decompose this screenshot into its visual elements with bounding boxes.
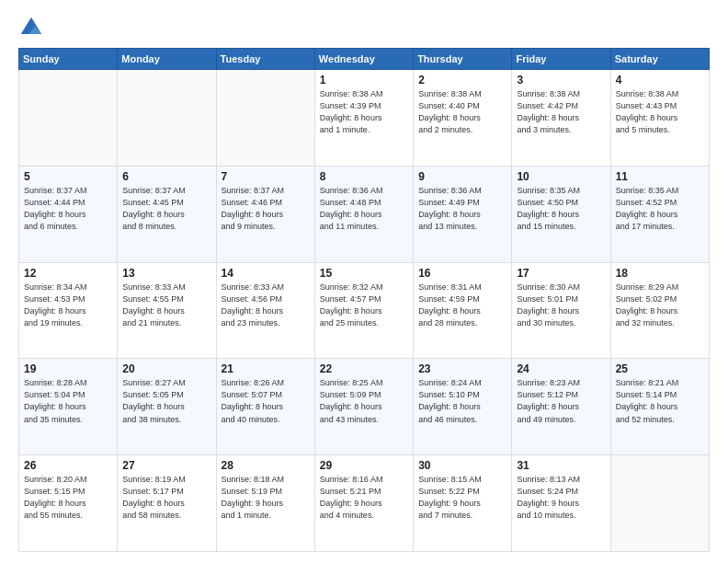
table-row: 19Sunrise: 8:28 AM Sunset: 5:04 PM Dayli… [19,359,118,455]
day-number: 11 [616,170,704,183]
col-monday: Monday [118,49,216,70]
day-number: 23 [418,362,506,375]
day-info: Sunrise: 8:15 AM Sunset: 5:22 PM Dayligh… [418,474,506,522]
col-tuesday: Tuesday [216,49,314,70]
day-number: 8 [320,170,408,183]
table-row: 24Sunrise: 8:23 AM Sunset: 5:12 PM Dayli… [512,359,610,455]
day-info: Sunrise: 8:38 AM Sunset: 4:40 PM Dayligh… [418,88,506,136]
day-info: Sunrise: 8:31 AM Sunset: 4:59 PM Dayligh… [418,282,506,329]
day-info: Sunrise: 8:16 AM Sunset: 5:21 PM Dayligh… [320,474,408,522]
table-row: 5Sunrise: 8:37 AM Sunset: 4:44 PM Daylig… [19,166,118,262]
day-number: 17 [517,267,605,280]
table-row: 11Sunrise: 8:35 AM Sunset: 4:52 PM Dayli… [610,166,709,262]
day-info: Sunrise: 8:27 AM Sunset: 5:05 PM Dayligh… [122,377,210,425]
day-number: 29 [320,459,408,472]
calendar-week-row: 5Sunrise: 8:37 AM Sunset: 4:44 PM Daylig… [19,166,710,262]
day-number: 15 [320,267,408,280]
logo-icon [18,15,44,40]
day-info: Sunrise: 8:28 AM Sunset: 5:04 PM Dayligh… [24,377,112,425]
table-row: 14Sunrise: 8:33 AM Sunset: 4:56 PM Dayli… [216,262,314,359]
day-info: Sunrise: 8:30 AM Sunset: 5:01 PM Dayligh… [517,282,605,329]
table-row: 1Sunrise: 8:38 AM Sunset: 4:39 PM Daylig… [314,70,413,167]
calendar-week-row: 19Sunrise: 8:28 AM Sunset: 5:04 PM Dayli… [19,359,710,455]
col-sunday: Sunday [19,49,118,70]
day-info: Sunrise: 8:18 AM Sunset: 5:19 PM Dayligh… [222,474,310,522]
day-number: 1 [320,74,408,86]
col-friday: Friday [512,49,610,70]
day-number: 9 [418,170,506,183]
day-number: 22 [320,362,408,375]
day-number: 30 [418,459,506,472]
day-number: 5 [24,170,112,183]
table-row: 16Sunrise: 8:31 AM Sunset: 4:59 PM Dayli… [414,262,512,359]
col-wednesday: Wednesday [314,49,413,70]
table-row: 7Sunrise: 8:37 AM Sunset: 4:46 PM Daylig… [216,166,314,262]
day-info: Sunrise: 8:37 AM Sunset: 4:45 PM Dayligh… [122,185,210,233]
table-row: 17Sunrise: 8:30 AM Sunset: 5:01 PM Dayli… [512,262,610,359]
table-row: 18Sunrise: 8:29 AM Sunset: 5:02 PM Dayli… [610,262,709,359]
day-number: 10 [517,170,605,183]
table-row: 9Sunrise: 8:36 AM Sunset: 4:49 PM Daylig… [414,166,512,262]
table-row: 8Sunrise: 8:36 AM Sunset: 4:48 PM Daylig… [314,166,413,262]
table-row: 31Sunrise: 8:13 AM Sunset: 5:24 PM Dayli… [512,455,610,552]
day-info: Sunrise: 8:20 AM Sunset: 5:15 PM Dayligh… [24,474,112,522]
calendar-week-row: 12Sunrise: 8:34 AM Sunset: 4:53 PM Dayli… [19,262,710,359]
day-number: 12 [24,267,112,280]
day-info: Sunrise: 8:37 AM Sunset: 4:44 PM Dayligh… [24,185,112,233]
table-row: 13Sunrise: 8:33 AM Sunset: 4:55 PM Dayli… [118,262,216,359]
day-number: 14 [222,267,310,280]
day-info: Sunrise: 8:35 AM Sunset: 4:52 PM Dayligh… [616,185,704,233]
day-number: 13 [122,267,210,280]
day-number: 26 [24,459,112,472]
header [18,15,710,40]
day-number: 28 [222,459,310,472]
table-row: 30Sunrise: 8:15 AM Sunset: 5:22 PM Dayli… [414,455,512,552]
table-row [610,455,709,552]
day-info: Sunrise: 8:25 AM Sunset: 5:09 PM Dayligh… [320,377,408,425]
day-info: Sunrise: 8:33 AM Sunset: 4:55 PM Dayligh… [122,282,210,329]
table-row: 21Sunrise: 8:26 AM Sunset: 5:07 PM Dayli… [216,359,314,455]
day-info: Sunrise: 8:38 AM Sunset: 4:43 PM Dayligh… [616,88,704,136]
table-row: 22Sunrise: 8:25 AM Sunset: 5:09 PM Dayli… [314,359,413,455]
day-info: Sunrise: 8:23 AM Sunset: 5:12 PM Dayligh… [517,377,605,425]
table-row: 6Sunrise: 8:37 AM Sunset: 4:45 PM Daylig… [118,166,216,262]
day-info: Sunrise: 8:38 AM Sunset: 4:42 PM Dayligh… [517,88,605,136]
day-number: 4 [616,74,704,86]
day-info: Sunrise: 8:13 AM Sunset: 5:24 PM Dayligh… [517,474,605,522]
table-row: 29Sunrise: 8:16 AM Sunset: 5:21 PM Dayli… [314,455,413,552]
day-number: 19 [24,362,112,375]
day-info: Sunrise: 8:24 AM Sunset: 5:10 PM Dayligh… [418,377,506,425]
table-row [216,70,314,167]
day-info: Sunrise: 8:36 AM Sunset: 4:49 PM Dayligh… [418,185,506,233]
calendar-table: Sunday Monday Tuesday Wednesday Thursday… [18,48,710,552]
col-thursday: Thursday [414,49,512,70]
day-number: 27 [122,459,210,472]
table-row: 2Sunrise: 8:38 AM Sunset: 4:40 PM Daylig… [414,70,512,167]
table-row: 15Sunrise: 8:32 AM Sunset: 4:57 PM Dayli… [314,262,413,359]
day-number: 31 [517,459,605,472]
day-info: Sunrise: 8:37 AM Sunset: 4:46 PM Dayligh… [222,185,310,233]
calendar-week-row: 1Sunrise: 8:38 AM Sunset: 4:39 PM Daylig… [19,70,710,167]
day-info: Sunrise: 8:21 AM Sunset: 5:14 PM Dayligh… [616,377,704,425]
table-row: 25Sunrise: 8:21 AM Sunset: 5:14 PM Dayli… [610,359,709,455]
day-info: Sunrise: 8:33 AM Sunset: 4:56 PM Dayligh… [222,282,310,329]
day-info: Sunrise: 8:35 AM Sunset: 4:50 PM Dayligh… [517,185,605,233]
logo [18,15,48,40]
table-row: 3Sunrise: 8:38 AM Sunset: 4:42 PM Daylig… [512,70,610,167]
day-info: Sunrise: 8:32 AM Sunset: 4:57 PM Dayligh… [320,282,408,329]
day-number: 24 [517,362,605,375]
table-row [19,70,118,167]
day-number: 3 [517,74,605,86]
day-info: Sunrise: 8:29 AM Sunset: 5:02 PM Dayligh… [616,282,704,329]
page: Sunday Monday Tuesday Wednesday Thursday… [0,0,728,563]
table-row: 27Sunrise: 8:19 AM Sunset: 5:17 PM Dayli… [118,455,216,552]
day-info: Sunrise: 8:38 AM Sunset: 4:39 PM Dayligh… [320,88,408,136]
day-number: 16 [418,267,506,280]
table-row: 26Sunrise: 8:20 AM Sunset: 5:15 PM Dayli… [19,455,118,552]
day-number: 25 [616,362,704,375]
table-row: 20Sunrise: 8:27 AM Sunset: 5:05 PM Dayli… [118,359,216,455]
calendar-week-row: 26Sunrise: 8:20 AM Sunset: 5:15 PM Dayli… [19,455,710,552]
table-row: 4Sunrise: 8:38 AM Sunset: 4:43 PM Daylig… [610,70,709,167]
day-number: 2 [418,74,506,86]
day-number: 20 [122,362,210,375]
